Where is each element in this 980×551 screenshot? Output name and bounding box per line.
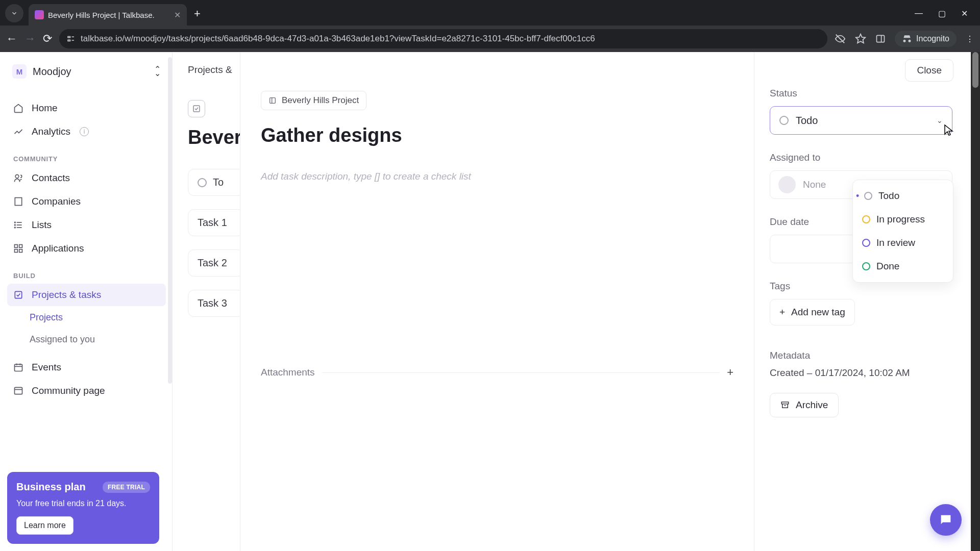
section-label-build: BUILD [7, 261, 166, 283]
url-text: talkbase.io/w/moodjoy/tasks/projects/6aa… [81, 34, 595, 44]
tab-search-button[interactable] [5, 4, 23, 22]
sidebar-item-label: Home [32, 103, 58, 114]
tracking-off-icon[interactable] [835, 33, 846, 44]
sidebar-item-contacts[interactable]: Contacts [7, 167, 166, 189]
incognito-label: Incognito [916, 34, 949, 43]
analytics-icon [13, 127, 23, 137]
sidebar-item-companies[interactable]: Companies [7, 190, 166, 213]
status-column-label: To [213, 177, 224, 188]
archive-icon [780, 400, 790, 410]
sidebar-sub-assigned[interactable]: Assigned to you [30, 331, 166, 348]
task-title[interactable]: Gather designs [261, 124, 733, 146]
sidebar-item-home[interactable]: Home [7, 97, 166, 119]
incognito-icon [902, 34, 912, 44]
promo-subtitle: Your free trial ends in 21 days. [16, 499, 150, 508]
add-attachment-button[interactable]: + [727, 366, 733, 379]
home-icon [13, 103, 23, 113]
side-panel-icon[interactable] [875, 34, 886, 44]
project-chip[interactable]: Beverly Hills Project [261, 91, 366, 110]
chat-fab[interactable] [930, 504, 962, 536]
page-scrollbar-thumb[interactable] [972, 52, 978, 88]
forward-button[interactable]: → [24, 32, 36, 45]
back-button[interactable]: ← [6, 32, 17, 45]
svg-point-8 [15, 174, 19, 178]
site-settings-icon[interactable] [66, 34, 76, 43]
sidebar-item-analytics[interactable]: Analytics i [7, 120, 166, 143]
sidebar-item-community-page[interactable]: Community page [7, 380, 166, 402]
archive-button[interactable]: Archive [770, 393, 839, 417]
svg-rect-27 [15, 387, 22, 394]
tab-favicon-icon [35, 10, 44, 19]
close-window-icon[interactable]: ✕ [961, 9, 968, 18]
status-in-review-icon [862, 239, 870, 247]
minimize-icon[interactable]: — [915, 9, 923, 18]
task-row[interactable]: Task 3 [188, 290, 244, 317]
svg-rect-6 [877, 35, 885, 42]
chevron-updown-icon: ⌃⌄ [154, 67, 161, 76]
description-input[interactable]: Add task description, type [] to create … [261, 171, 733, 182]
close-button[interactable]: Close [905, 59, 953, 82]
assigned-label: Assigned to [770, 152, 952, 163]
promo-learn-more-button[interactable]: Learn more [16, 516, 74, 535]
sidebar-item-events[interactable]: Events [7, 356, 166, 379]
svg-rect-18 [15, 245, 18, 248]
attachments-label: Attachments [261, 367, 315, 378]
svg-point-16 [15, 224, 16, 226]
status-circle-icon [779, 116, 789, 125]
metadata-created: Created – 01/17/2024, 10:02 AM [770, 367, 952, 379]
browser-menu-icon[interactable]: ⋮ [966, 34, 974, 44]
sidebar-item-label: Applications [32, 243, 84, 254]
incognito-badge[interactable]: Incognito [895, 31, 957, 47]
sidebar-item-projects-tasks[interactable]: Projects & tasks [7, 284, 166, 306]
sidebar-item-lists[interactable]: Lists [7, 214, 166, 236]
status-option-label: In review [876, 237, 915, 248]
task-row[interactable]: Task 1 [188, 209, 244, 236]
metadata-label: Metadata [770, 350, 952, 361]
sidebar-item-applications[interactable]: Applications [7, 237, 166, 260]
new-tab-button[interactable]: + [187, 7, 208, 20]
companies-icon [13, 196, 23, 207]
status-dropdown: Todo In progress In review Done [852, 180, 953, 283]
reload-button[interactable]: ⟳ [43, 32, 52, 45]
status-select[interactable]: Todo ⌄ [770, 106, 952, 135]
sidebar-item-label: Lists [32, 219, 52, 231]
bookmark-icon[interactable] [855, 33, 866, 44]
plus-icon: + [779, 307, 785, 318]
sidebar-item-label: Community page [32, 385, 105, 396]
avatar-placeholder-icon [778, 176, 796, 193]
info-icon[interactable]: i [80, 127, 89, 136]
status-option-done[interactable]: Done [857, 255, 949, 278]
sidebar: M Moodjoy ⌃⌄ Home Analytics i COMMUNITY … [0, 52, 173, 551]
divider [322, 372, 720, 373]
chat-icon [939, 513, 953, 527]
tasks-icon [13, 290, 23, 300]
svg-rect-22 [15, 291, 21, 298]
svg-rect-21 [19, 249, 22, 253]
events-icon [13, 362, 23, 372]
status-column-header[interactable]: To [188, 169, 244, 196]
add-tag-button[interactable]: + Add new tag [770, 299, 855, 325]
page-icon [188, 100, 205, 117]
contacts-icon [13, 173, 23, 183]
sidebar-scrollbar[interactable] [168, 57, 172, 384]
status-option-in-review[interactable]: In review [857, 231, 949, 255]
sidebar-sub-projects[interactable]: Projects [30, 309, 166, 326]
section-label-community: COMMUNITY [7, 144, 166, 166]
status-option-todo[interactable]: Todo [857, 184, 949, 208]
status-option-in-progress[interactable]: In progress [857, 208, 949, 231]
svg-point-17 [15, 227, 16, 228]
status-option-label: Done [876, 261, 899, 272]
svg-rect-0 [68, 37, 70, 38]
maximize-icon[interactable]: ▢ [938, 9, 946, 18]
tab-close-icon[interactable]: ✕ [174, 10, 181, 20]
page-scrollbar-track[interactable] [971, 52, 980, 551]
task-row[interactable]: Task 2 [188, 249, 244, 277]
cursor-icon [944, 124, 954, 136]
promo-card: Business plan FREE TRIAL Your free trial… [7, 472, 159, 544]
url-bar[interactable]: talkbase.io/w/moodjoy/tasks/projects/6aa… [59, 29, 827, 48]
browser-tab[interactable]: Beverly Hills Project | Talkbase. ✕ [29, 4, 187, 26]
workspace-switcher[interactable]: M Moodjoy ⌃⌄ [7, 60, 166, 83]
sidebar-item-label: Contacts [32, 172, 70, 184]
project-icon [268, 96, 277, 105]
status-todo-icon [864, 192, 872, 200]
